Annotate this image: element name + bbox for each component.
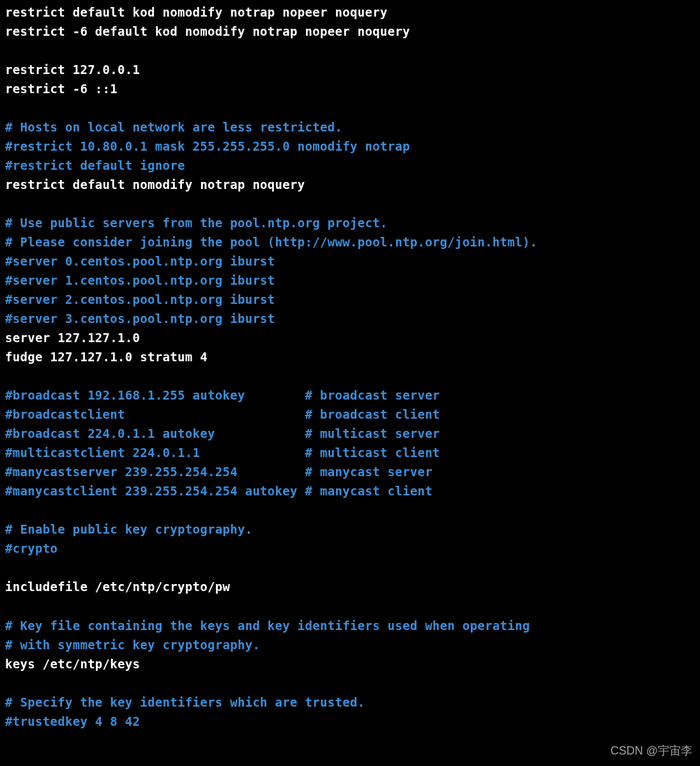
config-comment-line: # Hosts on local network are less restri… [5, 117, 695, 137]
config-line: restrict -6 default kod nomodify notrap … [5, 22, 695, 41]
config-comment-line: #server 1.centos.pool.ntp.org iburst [5, 271, 695, 290]
config-blank-line [5, 596, 695, 615]
config-blank-line [5, 41, 695, 60]
config-comment-line: #manycastserver 239.255.254.254 # manyca… [5, 462, 695, 481]
config-comment-line: #broadcast 224.0.1.1 autokey # multicast… [5, 424, 695, 443]
config-blank-line [5, 98, 695, 117]
config-comment-line: #broadcastclient # broadcast client [5, 405, 695, 424]
config-blank-line [5, 558, 695, 577]
config-comment-line: #manycastclient 239.255.254.254 autokey … [5, 481, 695, 500]
config-blank-line [5, 366, 695, 386]
config-comment-line: #server 3.centos.pool.ntp.org iburst [5, 309, 695, 328]
config-line: restrict default nomodify notrap noquery [5, 175, 695, 194]
config-blank-line [5, 194, 695, 213]
config-comment-line: #crypto [5, 539, 695, 558]
config-line: includefile /etc/ntp/crypto/pw [5, 577, 695, 596]
config-line: server 127.127.1.0 [5, 328, 695, 347]
config-comment-line: # Key file containing the keys and key i… [5, 616, 695, 635]
config-blank-line [5, 673, 695, 693]
config-comment-line: # Specify the key identifiers which are … [5, 693, 695, 712]
config-line: keys /etc/ntp/keys [5, 654, 695, 673]
config-line: restrict -6 ::1 [5, 79, 695, 98]
config-comment-line: #server 2.centos.pool.ntp.org iburst [5, 290, 695, 309]
config-comment-line: #restrict default ignore [5, 156, 695, 175]
config-comment-line: # Enable public key cryptography. [5, 520, 695, 539]
config-comment-line: #restrict 10.80.0.1 mask 255.255.255.0 n… [5, 137, 695, 156]
config-comment-line: #server 0.centos.pool.ntp.org iburst [5, 252, 695, 271]
terminal-output: restrict default kod nomodify notrap nop… [5, 3, 695, 731]
config-comment-line: #multicastclient 224.0.1.1 # multicast c… [5, 443, 695, 462]
config-blank-line [5, 500, 695, 520]
config-comment-line: # with symmetric key cryptography. [5, 635, 695, 654]
config-comment-line: # Please consider joining the pool (http… [5, 232, 695, 252]
config-comment-line: # Use public servers from the pool.ntp.o… [5, 213, 695, 232]
config-line: fudge 127.127.1.0 stratum 4 [5, 347, 695, 366]
watermark-text: CSDN @宇宙李 [611, 742, 692, 760]
config-line: restrict default kod nomodify notrap nop… [5, 3, 695, 22]
config-line: restrict 127.0.0.1 [5, 60, 695, 79]
config-comment-line: #broadcast 192.168.1.255 autokey # broad… [5, 386, 695, 405]
config-comment-line: #trustedkey 4 8 42 [5, 712, 695, 731]
